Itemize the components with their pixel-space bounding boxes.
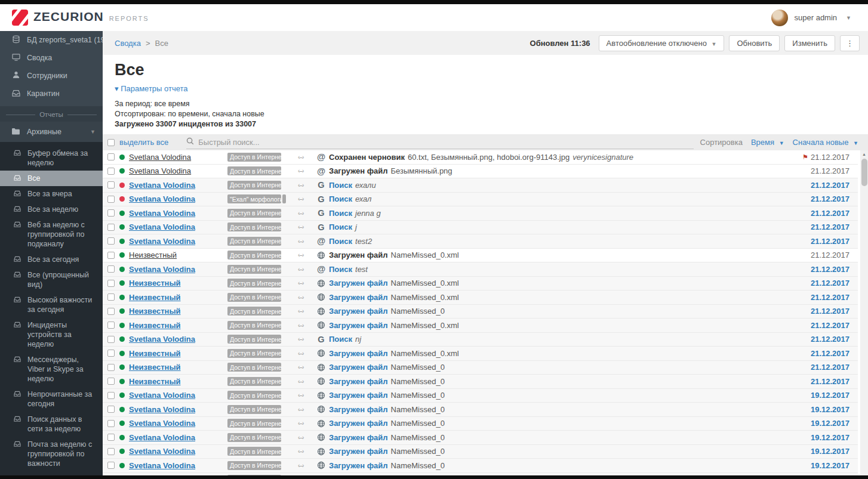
incident-row[interactable]: Svetlana Volodina Доступ в Интернет дл ‹…: [103, 206, 858, 221]
incident-row[interactable]: Svetlana Volodina Доступ в Интернет дл ‹…: [103, 221, 858, 235]
incident-row[interactable]: Неизвестный Доступ в Интернет дл ‹--› @G…: [103, 361, 858, 375]
user-link[interactable]: Svetlana Volodina: [129, 181, 195, 190]
user-link[interactable]: Svetlana Volodina: [129, 433, 195, 442]
sidebar-report-item[interactable]: Буфер обмена за неделю: [0, 146, 103, 171]
user-link[interactable]: Неизвестный: [129, 307, 181, 316]
incident-row[interactable]: Неизвестный Доступ в Интернет дл ‹--› @G…: [103, 291, 858, 305]
report-params-link[interactable]: ▾ Параметры отчета: [115, 84, 188, 93]
sidebar-report-item[interactable]: Все за вчера: [0, 186, 103, 202]
user-link[interactable]: Svetlana Volodina: [129, 222, 195, 231]
incident-row[interactable]: Svetlana Volodina Доступ в Интернет дл ‹…: [103, 178, 858, 193]
row-checkbox[interactable]: [107, 293, 115, 301]
user-link[interactable]: Svetlana Volodina: [129, 447, 195, 456]
sidebar-report-item[interactable]: Все за неделю: [0, 202, 103, 217]
quick-search[interactable]: [186, 136, 694, 149]
incident-row[interactable]: Svetlana Volodina Доступ в Интернет дл ‹…: [103, 333, 858, 347]
report-item-label[interactable]: Все за неделю: [27, 205, 78, 214]
report-item-label[interactable]: Буфер обмена за неделю: [27, 149, 98, 168]
row-checkbox[interactable]: [107, 364, 115, 371]
user-link[interactable]: Svetlana Volodina: [129, 391, 195, 400]
incident-row[interactable]: Svetlana Volodina Доступ в Интернет дл ‹…: [103, 262, 858, 277]
user-link[interactable]: Неизвестный: [129, 321, 181, 330]
sidebar-database-selector[interactable]: БД zreports_sveta1 (192 ▼: [0, 31, 103, 49]
user-link[interactable]: Svetlana Volodina: [129, 166, 191, 175]
user-link[interactable]: Svetlana Volodina: [129, 265, 195, 274]
user-link[interactable]: Svetlana Volodina: [129, 335, 195, 344]
sidebar-report-item[interactable]: Высокой важности за сегодня: [0, 292, 103, 317]
sidebar-report-item[interactable]: Все (упрощенный вид): [0, 267, 103, 292]
incident-row[interactable]: Svetlana Volodina Доступ в Интернет дл ‹…: [103, 431, 858, 445]
row-checkbox[interactable]: [107, 168, 115, 175]
user-link[interactable]: Неизвестный: [129, 293, 181, 302]
row-checkbox[interactable]: [107, 350, 115, 357]
row-checkbox[interactable]: [107, 196, 115, 203]
sidebar-item-employees[interactable]: Сотрудники: [0, 67, 103, 85]
breadcrumb-summary-link[interactable]: Сводка: [115, 39, 141, 48]
user-link[interactable]: Неизвестный: [129, 377, 181, 386]
search-input[interactable]: [198, 138, 694, 147]
user-link[interactable]: Неизвестный: [129, 363, 181, 372]
row-checkbox[interactable]: [107, 336, 115, 343]
incident-row[interactable]: Svetlana Volodina Доступ в Интернет дл ‹…: [103, 417, 858, 431]
select-all-checkbox[interactable]: [107, 139, 115, 146]
sidebar-item-label[interactable]: Карантин: [27, 89, 60, 98]
incident-row[interactable]: Svetlana Volodina "Ехал" морфология ‹--›…: [103, 193, 858, 207]
report-item-label[interactable]: Инциденты устройств за неделю: [27, 320, 98, 349]
report-item-label[interactable]: Высокой важности за сегодня: [27, 295, 98, 314]
scrollbar-thumb[interactable]: [861, 159, 867, 186]
row-checkbox[interactable]: [107, 153, 115, 160]
report-item-label[interactable]: Непрочитанные за сегодня: [27, 390, 98, 409]
sidebar-report-item[interactable]: Мессенджеры, Viber и Skype за неделю: [0, 352, 103, 387]
row-checkbox[interactable]: [107, 308, 115, 315]
incident-row[interactable]: Svetlana Volodina Доступ в Интернет дл ‹…: [103, 165, 858, 179]
sidebar-report-item[interactable]: Инциденты устройств за неделю: [0, 317, 103, 352]
incident-row[interactable]: Неизвестный Доступ в Интернет дл ‹--› @G…: [103, 319, 858, 333]
row-checkbox[interactable]: [107, 392, 115, 399]
row-checkbox[interactable]: [107, 237, 115, 245]
row-checkbox[interactable]: [107, 209, 115, 217]
incident-row[interactable]: Неизвестный Доступ в Интернет дл ‹--› @G…: [103, 249, 858, 263]
incident-row[interactable]: Неизвестный Доступ в Интернет дл ‹--› @G…: [103, 277, 858, 291]
sidebar-report-item[interactable]: Непрочитанные за сегодня: [0, 387, 103, 412]
sort-field-dropdown[interactable]: Время ▼: [751, 138, 784, 147]
more-options-button[interactable]: ⋮: [840, 35, 860, 51]
incident-row[interactable]: Svetlana Volodina Доступ в Интернет дл ‹…: [103, 234, 858, 249]
sort-order-dropdown[interactable]: Сначала новые ▼: [793, 138, 858, 147]
incident-row[interactable]: Svetlana Volodina Доступ в Интернет дл ‹…: [103, 403, 858, 417]
sidebar-item-label[interactable]: Сотрудники: [27, 72, 67, 80]
report-item-label[interactable]: Почта за неделю с группировкой по важнос…: [27, 440, 98, 468]
user-name[interactable]: super admin: [795, 13, 838, 22]
user-link[interactable]: Svetlana Volodina: [129, 153, 191, 162]
report-item-label[interactable]: Все за вчера: [27, 189, 72, 199]
row-checkbox[interactable]: [107, 181, 115, 188]
user-link[interactable]: Svetlana Volodina: [129, 405, 195, 414]
group-label[interactable]: Архивные: [27, 128, 81, 136]
incident-row[interactable]: Неизвестный Доступ в Интернет дл ‹--› @G…: [103, 347, 858, 361]
row-checkbox[interactable]: [107, 448, 115, 455]
report-item-label[interactable]: Все (упрощенный вид): [27, 270, 98, 289]
user-link[interactable]: Svetlana Volodina: [129, 209, 195, 218]
row-checkbox[interactable]: [107, 406, 115, 413]
row-checkbox[interactable]: [107, 224, 115, 231]
scroll-up-arrow[interactable]: ▲: [860, 150, 868, 158]
user-link[interactable]: Неизвестный: [129, 279, 181, 288]
row-checkbox[interactable]: [107, 265, 115, 273]
incident-row[interactable]: Svetlana Volodina Доступ в Интернет дл ‹…: [103, 389, 858, 403]
row-checkbox[interactable]: [107, 462, 115, 469]
sidebar-report-item[interactable]: Все за сегодня: [0, 252, 103, 267]
sidebar-report-item[interactable]: Все: [0, 171, 103, 186]
sidebar-item-label[interactable]: Сводка: [27, 54, 52, 62]
user-link[interactable]: Svetlana Volodina: [129, 461, 195, 470]
incident-row[interactable]: Svetlana Volodina Доступ в Интернет дл ‹…: [103, 445, 858, 459]
database-label[interactable]: БД zreports_sveta1 (192: [27, 36, 103, 44]
row-checkbox[interactable]: [107, 280, 115, 287]
report-item-label[interactable]: Поиск данных в сети за неделю: [27, 415, 98, 434]
sidebar-report-item[interactable]: Веб за неделю с группировкой по подканал…: [0, 217, 103, 252]
avatar[interactable]: [771, 10, 788, 26]
incident-row[interactable]: Svetlana Volodina Доступ в Интернет дл ‹…: [103, 459, 858, 473]
sidebar-group-archive[interactable]: Архивные ▼: [0, 122, 103, 142]
row-checkbox[interactable]: [107, 378, 115, 385]
edit-button[interactable]: Изменить: [784, 35, 835, 51]
incident-row[interactable]: Svetlana Volodina Доступ в Интернет дл ‹…: [103, 150, 858, 165]
row-checkbox[interactable]: [107, 434, 115, 441]
